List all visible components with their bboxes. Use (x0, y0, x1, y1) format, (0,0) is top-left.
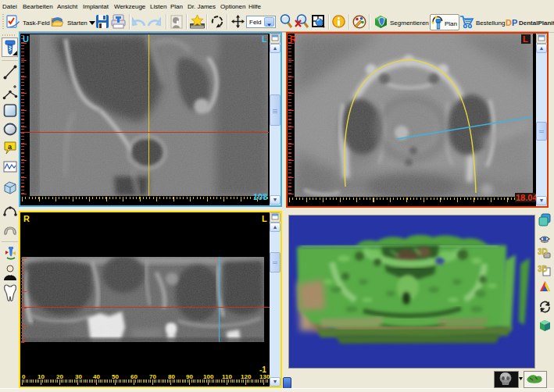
svg-text:3D: 3D (538, 265, 548, 273)
svg-text:3D: 3D (538, 248, 548, 256)
